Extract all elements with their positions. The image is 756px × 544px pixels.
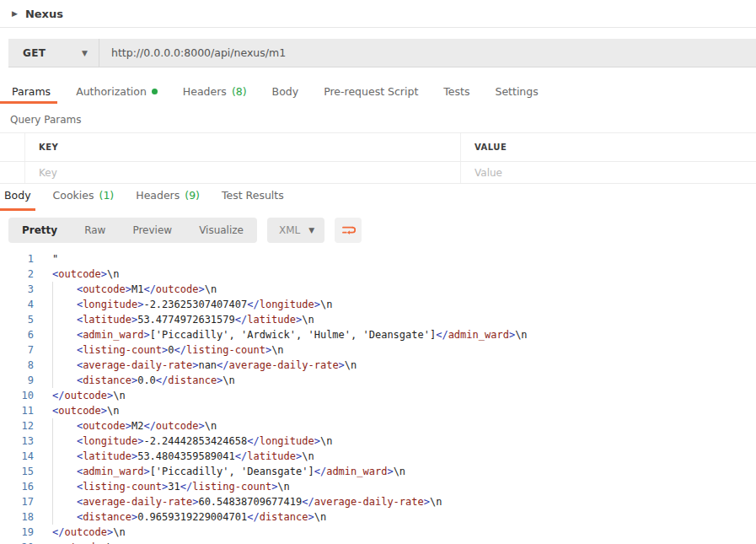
query-params-table: KEY VALUE xyxy=(0,132,756,184)
line-content: <outcode>\n xyxy=(34,403,120,418)
code-line: 14 <latitude>53.4804359589041</latitude>… xyxy=(0,449,756,464)
chevron-down-icon: ▼ xyxy=(82,49,88,57)
response-tab-cookies[interactable]: Cookies (1) xyxy=(53,189,115,202)
code-line: 2<outcode>\n xyxy=(0,267,756,282)
line-number: 2 xyxy=(0,267,34,282)
tab-authorization[interactable]: Authorization xyxy=(76,85,158,98)
wrap-lines-button[interactable] xyxy=(335,218,362,243)
response-tab-headers[interactable]: Headers (9) xyxy=(136,189,200,202)
code-line: 1" xyxy=(0,251,756,267)
line-number: 20 xyxy=(0,540,34,544)
tab-pre-request-script[interactable]: Pre-request Script xyxy=(324,85,418,98)
code-line: 13 <longitude>-2.24442853424658</longitu… xyxy=(0,434,756,449)
line-number: 4 xyxy=(0,297,34,312)
line-content: <outcode>M1</outcode>\n xyxy=(34,282,217,297)
param-entry-row xyxy=(0,162,756,184)
tab-settings[interactable]: Settings xyxy=(495,85,538,98)
line-number: 15 xyxy=(0,464,34,479)
view-mode-raw[interactable]: Raw xyxy=(71,218,119,243)
response-body-viewer: 1"2<outcode>\n3 <outcode>M1</outcode>\n4… xyxy=(0,251,756,544)
method-dropdown[interactable]: GET ▼ xyxy=(8,39,99,67)
code-line: 5 <latitude>53.4774972631579</latitude>\… xyxy=(0,312,756,327)
line-content: <latitude>53.4774972631579</latitude>\n xyxy=(34,312,314,327)
headers-count-badge: (8) xyxy=(232,85,247,98)
tab-body[interactable]: Body xyxy=(272,85,299,98)
response-tab-test-results[interactable]: Test Results xyxy=(222,189,284,202)
line-number: 5 xyxy=(0,312,34,327)
line-content: <average-daily-rate>60.54838709677419</a… xyxy=(34,494,442,509)
line-content: " xyxy=(34,251,58,267)
code-line: 12 <outcode>M2</outcode>\n xyxy=(0,418,756,434)
line-content: <listing-count>31</listing-count>\n xyxy=(34,479,290,494)
code-line: 10</outcode>\n xyxy=(0,388,756,403)
param-key-cell xyxy=(25,162,460,183)
param-value-cell xyxy=(460,162,756,183)
auth-status-dot-icon xyxy=(152,89,158,94)
code-line: 18 <distance>0.9659319229004701</distanc… xyxy=(0,509,756,525)
cookies-count-badge: (1) xyxy=(99,189,115,202)
chevron-down-icon: ▼ xyxy=(308,226,314,234)
line-content: <outcode>M2</outcode>\n xyxy=(34,418,217,434)
line-number: 12 xyxy=(0,418,34,434)
format-label: XML xyxy=(279,224,300,236)
query-params-label: Query Params xyxy=(10,114,756,127)
line-number: 7 xyxy=(0,342,34,358)
postman-app: ▶ Nexus GET ▼ Params Authorization Heade… xyxy=(0,0,756,544)
line-content: <outcode>\n xyxy=(34,540,120,544)
response-headers-count-badge: (9) xyxy=(185,189,200,202)
line-number: 10 xyxy=(0,388,34,403)
line-number: 6 xyxy=(0,327,34,342)
line-number: 13 xyxy=(0,434,34,449)
line-content: <admin_ward>['Piccadilly', 'Deansgate']<… xyxy=(34,464,405,479)
line-number: 17 xyxy=(0,494,34,509)
param-key-input[interactable] xyxy=(39,167,439,179)
tab-headers[interactable]: Headers (8) xyxy=(183,85,247,98)
chevron-right-icon: ▶ xyxy=(12,9,18,18)
collection-header-nexus[interactable]: ▶ Nexus xyxy=(0,0,756,28)
collection-name: Nexus xyxy=(25,8,63,20)
request-url-bar: GET ▼ xyxy=(8,39,756,67)
view-mode-preview[interactable]: Preview xyxy=(119,218,185,243)
code-line: 19</outcode>\n xyxy=(0,525,756,540)
format-dropdown[interactable]: XML ▼ xyxy=(267,218,324,243)
line-content: <distance>0.9659319229004701</distance>\… xyxy=(34,509,326,525)
line-content: </outcode>\n xyxy=(34,388,126,403)
line-content: <longitude>-2.24442853424658</longitude>… xyxy=(34,434,332,449)
wrap-text-icon xyxy=(340,223,356,238)
line-number: 8 xyxy=(0,358,34,373)
url-box xyxy=(99,39,756,67)
code-line: 7 <listing-count>0</listing-count>\n xyxy=(0,342,756,358)
response-tab-body[interactable]: Body xyxy=(4,189,31,202)
table-header-row: KEY VALUE xyxy=(0,133,756,162)
param-checkbox-cell xyxy=(0,162,25,183)
active-response-tab-indicator xyxy=(0,208,35,211)
code-line: 9 <distance>0.0</distance>\n xyxy=(0,373,756,388)
tab-params[interactable]: Params xyxy=(12,85,51,98)
line-content: <listing-count>0</listing-count>\n xyxy=(34,342,284,358)
url-input[interactable] xyxy=(99,46,756,59)
code-line: 3 <outcode>M1</outcode>\n xyxy=(0,282,756,297)
response-toolbar: Pretty Raw Preview Visualize XML ▼ xyxy=(8,218,756,243)
code-line: 16 <listing-count>31</listing-count>\n xyxy=(0,479,756,494)
line-number: 9 xyxy=(0,373,34,388)
code-line: 4 <longitude>-2.23625307407407</longitud… xyxy=(0,297,756,312)
line-content: <longitude>-2.23625307407407</longitude>… xyxy=(34,297,332,312)
line-number: 3 xyxy=(0,282,34,297)
line-content: </outcode>\n xyxy=(34,525,126,540)
code-line: 15 <admin_ward>['Piccadilly', 'Deansgate… xyxy=(0,464,756,479)
line-content: <latitude>53.4804359589041</latitude>\n xyxy=(34,449,314,464)
param-value-input[interactable] xyxy=(475,167,742,179)
request-tabs: Params Authorization Headers (8) Body Pr… xyxy=(0,78,756,104)
line-content: <distance>0.0</distance>\n xyxy=(34,373,235,388)
view-mode-group: Pretty Raw Preview Visualize xyxy=(8,218,257,243)
line-number: 1 xyxy=(0,251,34,267)
line-number: 11 xyxy=(0,403,34,418)
tab-tests[interactable]: Tests xyxy=(443,85,469,98)
view-mode-visualize[interactable]: Visualize xyxy=(185,218,257,243)
code-line: 8 <average-daily-rate>nan</average-daily… xyxy=(0,358,756,373)
line-content: <average-daily-rate>nan</average-daily-r… xyxy=(34,358,357,373)
line-number: 16 xyxy=(0,479,34,494)
line-number: 18 xyxy=(0,509,34,525)
view-mode-pretty[interactable]: Pretty xyxy=(8,218,71,243)
line-number: 19 xyxy=(0,525,34,540)
